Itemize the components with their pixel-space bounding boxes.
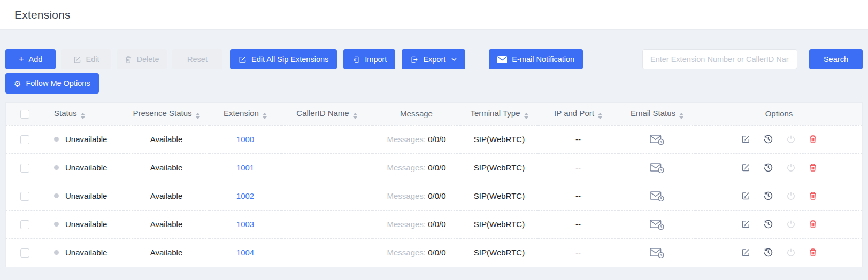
sort-icon	[81, 113, 85, 119]
restore-clock-button[interactable]	[763, 191, 773, 201]
edit-extension-button[interactable]	[741, 191, 750, 200]
export-button-label: Export	[423, 55, 445, 64]
envelope-icon	[497, 56, 507, 63]
email-pending-icon	[618, 219, 696, 230]
add-button[interactable]: + Add	[5, 49, 56, 69]
delete-extension-button[interactable]	[809, 191, 817, 200]
column-header-terminal-type[interactable]: Terminal Type	[460, 103, 538, 125]
edit-all-sip-extensions-button[interactable]: Edit All Sip Extensions	[230, 49, 337, 69]
toolbar: + Add Edit Delete Reset Edit All Sip Ext…	[5, 49, 863, 69]
options-cell	[696, 153, 862, 182]
sort-icon	[598, 113, 602, 119]
sort-icon	[196, 113, 200, 119]
extension-link[interactable]: 1002	[236, 191, 254, 200]
ip-and-port-cell: --	[538, 125, 618, 153]
edit-icon	[73, 56, 81, 64]
search-input[interactable]	[642, 49, 797, 69]
status-cell: Unavailable	[43, 238, 124, 267]
column-header-callerid-name[interactable]: CallerID Name	[281, 103, 372, 125]
trash-icon	[125, 56, 132, 64]
table-row: Unavailable Available 1000 Messages: 0/0…	[6, 125, 862, 153]
follow-me-options-label: Follow Me Options	[26, 79, 90, 88]
sort-icon	[353, 113, 357, 119]
restore-clock-button[interactable]	[763, 134, 773, 144]
row-checkbox[interactable]	[20, 248, 29, 258]
status-text: Unavailable	[65, 248, 107, 257]
presence-status-cell: Available	[124, 125, 209, 153]
ip-and-port-cell: --	[538, 210, 618, 238]
power-button[interactable]	[786, 248, 796, 258]
message-label: Messages:	[387, 248, 426, 257]
import-button[interactable]: Import	[343, 49, 395, 69]
callerid-name-cell	[281, 153, 372, 182]
delete-extension-button[interactable]	[809, 135, 817, 144]
row-checkbox[interactable]	[20, 192, 29, 201]
email-notification-button[interactable]: E-mail Notification	[489, 49, 583, 69]
power-button[interactable]	[786, 220, 796, 229]
delete-extension-button[interactable]	[809, 248, 817, 257]
column-header-extension[interactable]: Extension	[209, 103, 281, 125]
edit-button[interactable]: Edit	[61, 49, 111, 69]
restore-clock-button[interactable]	[763, 162, 773, 173]
extension-cell: 1001	[209, 153, 281, 182]
sort-icon	[524, 113, 528, 119]
options-cell	[696, 125, 862, 153]
delete-extension-button[interactable]	[809, 220, 817, 229]
message-label: Messages:	[387, 135, 426, 144]
column-header-status[interactable]: Status	[43, 103, 124, 125]
power-button[interactable]	[786, 163, 796, 173]
column-header-presence-status[interactable]: Presence Status	[124, 103, 209, 125]
search-button[interactable]: Search	[809, 49, 863, 69]
select-all-checkbox-cell	[6, 103, 43, 125]
row-checkbox[interactable]	[20, 164, 29, 173]
power-button[interactable]	[786, 191, 796, 201]
extension-cell: 1003	[209, 210, 281, 238]
edit-extension-button[interactable]	[741, 220, 750, 229]
reset-button-label: Reset	[187, 55, 208, 64]
follow-me-options-button[interactable]: ⚙ Follow Me Options	[5, 73, 99, 94]
row-checkbox[interactable]	[20, 135, 29, 144]
message-cell: Messages: 0/0/0	[372, 238, 460, 267]
extension-link[interactable]: 1003	[236, 220, 254, 229]
row-checkbox-cell	[6, 238, 43, 267]
delete-button[interactable]: Delete	[117, 49, 167, 69]
status-text: Unavailable	[65, 191, 107, 200]
status-text: Unavailable	[65, 220, 107, 229]
power-button[interactable]	[786, 135, 796, 144]
plus-icon: +	[19, 55, 24, 64]
edit-extension-button[interactable]	[741, 163, 750, 172]
status-dot-icon	[54, 193, 59, 198]
restore-clock-button[interactable]	[763, 219, 773, 229]
presence-status-cell: Available	[124, 238, 209, 267]
restore-clock-button[interactable]	[763, 247, 773, 258]
export-button[interactable]: Export	[402, 49, 465, 69]
column-header-ip-and-port[interactable]: IP and Port	[538, 103, 618, 125]
reset-button[interactable]: Reset	[172, 49, 222, 69]
edit-extension-button[interactable]	[741, 248, 750, 257]
extension-link[interactable]: 1000	[236, 135, 254, 144]
ip-and-port-cell: --	[538, 153, 618, 182]
extension-link[interactable]: 1004	[236, 248, 254, 257]
message-label: Messages:	[387, 163, 426, 172]
callerid-name-cell	[281, 210, 372, 238]
message-value: 0/0/0	[428, 248, 445, 257]
table-row: Unavailable Available 1002 Messages: 0/0…	[6, 182, 862, 210]
toolbar-second-row: ⚙ Follow Me Options	[5, 73, 863, 94]
column-header-email-status[interactable]: Email Status	[618, 103, 696, 125]
select-all-checkbox[interactable]	[20, 110, 29, 119]
extension-link[interactable]: 1001	[236, 163, 254, 172]
status-cell: Unavailable	[43, 210, 124, 238]
message-cell: Messages: 0/0/0	[372, 182, 460, 210]
extensions-table: Status Presence Status Extension CallerI…	[5, 102, 863, 267]
status-cell: Unavailable	[43, 182, 124, 210]
edit-extension-button[interactable]	[741, 135, 750, 144]
delete-extension-button[interactable]	[809, 163, 817, 172]
presence-status-cell: Available	[124, 153, 209, 182]
terminal-type-cell: SIP(WebRTC)	[460, 182, 538, 210]
column-header-message: Message	[372, 103, 460, 125]
extension-cell: 1002	[209, 182, 281, 210]
row-checkbox-cell	[6, 182, 43, 210]
terminal-type-cell: SIP(WebRTC)	[460, 153, 538, 182]
row-checkbox[interactable]	[20, 220, 29, 229]
callerid-name-cell	[281, 238, 372, 267]
